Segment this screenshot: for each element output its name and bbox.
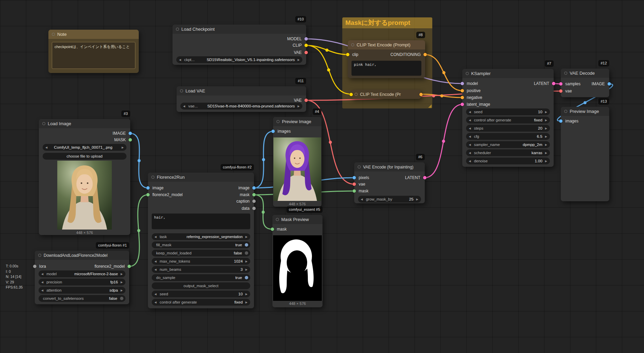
clip-input-port[interactable]: [346, 53, 349, 56]
caption-output-port[interactable]: [252, 200, 256, 203]
ksampler-header[interactable]: KSampler: [462, 69, 554, 78]
clip-input-port[interactable]: [349, 93, 353, 96]
preview-image-header[interactable]: Preview Image: [273, 117, 321, 126]
mask-output-port[interactable]: [252, 193, 256, 196]
combo-right-arrow-icon[interactable]: ▶: [121, 273, 123, 276]
clip-encode-header[interactable]: CLIP Text Encode (Prompt): [348, 40, 425, 49]
image-input-port[interactable]: [146, 186, 150, 190]
image-output-port[interactable]: [252, 186, 256, 190]
latent-image-input-port[interactable]: [461, 103, 464, 106]
combo-left-arrow-icon[interactable]: ◀: [469, 151, 471, 155]
mask-port[interactable]: [129, 138, 132, 142]
combo-right-arrow-icon[interactable]: ▶: [245, 301, 248, 304]
combo-left-arrow-icon[interactable]: ◀: [154, 235, 156, 238]
mask-input-port[interactable]: [353, 189, 356, 193]
node-clip-text-encode-negative-collapsed[interactable]: CLIP Text Encode (Pr: [351, 90, 421, 99]
toggle-dot[interactable]: [245, 251, 248, 255]
choose-file-button[interactable]: choose file to upload: [43, 153, 126, 160]
florence2-model-input-port[interactable]: [146, 193, 150, 196]
task-combo[interactable]: ◀ task referring_expression_segmentation…: [152, 233, 250, 240]
combo-right-arrow-icon[interactable]: ▶: [545, 151, 547, 155]
note-header[interactable]: Note: [48, 30, 139, 39]
load-image-header[interactable]: Load Image: [39, 119, 130, 128]
combo-right-arrow-icon[interactable]: ▶: [245, 268, 248, 271]
image-output-port[interactable]: [608, 82, 611, 86]
combo-left-arrow-icon[interactable]: ◀: [41, 281, 43, 284]
vae-encode-header[interactable]: VAE Encode (for Inpainting): [354, 162, 425, 172]
images-input-port[interactable]: [559, 119, 563, 123]
conditioning-output-port[interactable]: [423, 53, 427, 56]
grow-mask-by-combo[interactable]: ◀ grow_mask_by 25 ▶: [358, 196, 421, 203]
seed-combo[interactable]: ◀ seed 10 ▶: [466, 108, 550, 115]
cfg-combo[interactable]: ◀ cfg 6.5 ▶: [466, 133, 550, 140]
combo-right-arrow-icon[interactable]: ▶: [245, 293, 248, 296]
toggle-dot[interactable]: [245, 276, 248, 279]
combo-right-arrow-icon[interactable]: ▶: [121, 281, 123, 284]
combo-left-arrow-icon[interactable]: ◀: [41, 273, 43, 276]
combo-right-arrow-icon[interactable]: ▶: [545, 127, 547, 130]
control-after-generate-combo[interactable]: ◀ control after generate fixed ▶: [152, 299, 250, 306]
load-checkpoint-header[interactable]: Load Checkpoint: [173, 25, 306, 34]
combo-right-arrow-icon[interactable]: ▶: [545, 143, 547, 146]
toggle-dot[interactable]: [245, 243, 248, 247]
positive-input-port[interactable]: [461, 89, 464, 92]
vae-input-port[interactable]: [353, 182, 356, 186]
combo-left-arrow-icon[interactable]: ◀: [45, 146, 47, 149]
combo-left-arrow-icon[interactable]: ◀: [469, 119, 471, 122]
latent-output-port[interactable]: [552, 82, 555, 85]
fill-mask-toggle[interactable]: fill_mask true: [152, 241, 250, 248]
combo-right-arrow-icon[interactable]: ▶: [298, 58, 300, 61]
combo-left-arrow-icon[interactable]: ◀: [154, 268, 156, 271]
keep-model-loaded-toggle[interactable]: keep_model_loaded false: [152, 250, 250, 256]
combo-right-arrow-icon[interactable]: ▶: [545, 119, 547, 122]
combo-right-arrow-icon[interactable]: ▶: [245, 235, 248, 238]
seed-combo[interactable]: ◀ seed 10 ▶: [152, 291, 250, 297]
steps-combo[interactable]: ◀ steps 20 ▶: [466, 125, 550, 132]
pixels-input-port[interactable]: [353, 176, 356, 179]
latent-output-port[interactable]: [423, 176, 426, 179]
image-file-combo[interactable]: ◀ ComfyUI_temp_ftjch_00071_.png ▶: [43, 144, 126, 151]
preview-image-header[interactable]: Preview Image: [561, 107, 609, 116]
combo-right-arrow-icon[interactable]: ▶: [298, 105, 300, 108]
conditioning-output-port[interactable]: [419, 93, 423, 96]
max-new-tokens-combo[interactable]: ◀ max_new_tokens 1024 ▶: [152, 258, 250, 265]
note-text[interactable]: checkpointは、インペイント系を用いること: [52, 42, 135, 69]
ckpt-name-combo[interactable]: ◀ ckpt... SD15\Realistic_Vision_V5.1-inp…: [176, 56, 302, 63]
model-input-port[interactable]: [461, 82, 464, 85]
text-input-textarea[interactable]: hair,: [152, 214, 250, 229]
image-port[interactable]: [129, 132, 132, 135]
combo-left-arrow-icon[interactable]: ◀: [41, 289, 43, 292]
collapse-toggle-icon[interactable]: [355, 93, 358, 96]
combo-left-arrow-icon[interactable]: ◀: [154, 260, 156, 263]
group-resize-handle[interactable]: [428, 104, 432, 108]
prompt-textarea[interactable]: pink hair,: [351, 61, 421, 76]
combo-right-arrow-icon[interactable]: ▶: [545, 111, 547, 114]
combo-right-arrow-icon[interactable]: ▶: [545, 135, 547, 138]
convert-safetensors-toggle[interactable]: convert_to_safetensors false: [39, 295, 125, 302]
output-mask-select-field[interactable]: output_mask_select: [152, 282, 250, 289]
combo-left-arrow-icon[interactable]: ◀: [183, 105, 185, 108]
combo-left-arrow-icon[interactable]: ◀: [469, 127, 471, 130]
combo-left-arrow-icon[interactable]: ◀: [179, 58, 181, 61]
mask-preview-header[interactable]: Mask Preview: [272, 215, 323, 224]
scheduler-combo[interactable]: ◀ scheduler karras ▶: [466, 149, 550, 156]
combo-right-arrow-icon[interactable]: ▶: [245, 260, 248, 263]
toggle-dot[interactable]: [120, 297, 123, 300]
combo-left-arrow-icon[interactable]: ◀: [154, 293, 156, 296]
mask-input-port[interactable]: [271, 227, 274, 231]
negative-input-port[interactable]: [461, 96, 464, 99]
combo-left-arrow-icon[interactable]: ◀: [469, 135, 471, 138]
control-after-generate-combo[interactable]: ◀ control after generate fixed ▶: [466, 117, 550, 123]
combo-left-arrow-icon[interactable]: ◀: [469, 143, 471, 146]
combo-right-arrow-icon[interactable]: ▶: [121, 289, 123, 292]
load-vae-header[interactable]: Load VAE: [177, 86, 306, 95]
precision-combo[interactable]: ◀ precision fp16 ▶: [39, 279, 125, 285]
sampler-name-combo[interactable]: ◀ sampler_name dpmpp_2m ▶: [466, 141, 550, 148]
vae-input-port[interactable]: [559, 89, 563, 93]
clip-port[interactable]: [304, 44, 308, 47]
model-port[interactable]: [304, 37, 308, 41]
data-output-port[interactable]: [252, 207, 256, 210]
samples-input-port[interactable]: [559, 82, 563, 86]
combo-right-arrow-icon[interactable]: ▶: [545, 160, 547, 163]
group-title[interactable]: Maskに対するprompt: [342, 17, 432, 28]
